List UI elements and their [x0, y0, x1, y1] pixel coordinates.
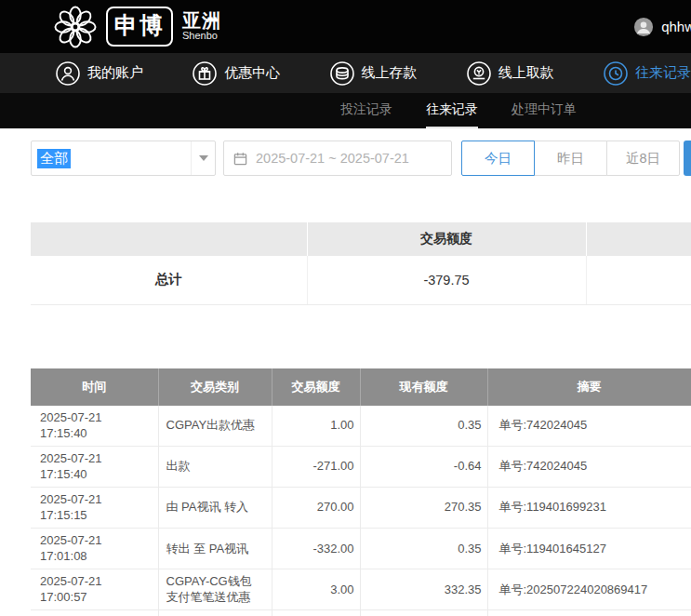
filter-bar: 全部 2025-07-21 ~ 2025-07-21 今日 昨日 近8日 — [0, 128, 691, 193]
table-cell: 单号:202507224020869417 — [487, 609, 691, 616]
col-header-balance: 现有额度 — [360, 368, 487, 406]
summary-total-row: 总计 -379.75 — [31, 256, 691, 304]
summary-empty-cell — [586, 256, 691, 304]
table-cell: 2025-07-21 17:15:40 — [31, 446, 158, 487]
quick-range-group: 今日 昨日 近8日 — [461, 141, 680, 176]
records-section: 时间 交易类别 交易额度 现有额度 摘要 2025-07-21 17:15:40… — [31, 368, 691, 616]
records-header-row: 时间 交易类别 交易额度 现有额度 摘要 — [31, 368, 691, 406]
main-nav: 我的账户 优惠中心 线上存款 线上取款 往来 — [0, 53, 691, 93]
date-range-value: 2025-07-21 ~ 2025-07-21 — [256, 151, 409, 166]
table-cell: 2025-07-21 17:00:57 — [31, 569, 158, 609]
nav-label: 我的账户 — [87, 64, 143, 82]
table-cell: 出款 — [158, 446, 272, 487]
table-row: 2025-07-21 17:01:08转出 至 PA视讯-332.000.35单… — [31, 528, 691, 569]
nav-label: 线上存款 — [362, 64, 418, 82]
gift-icon — [193, 61, 217, 86]
table-cell: 270.00 — [272, 487, 360, 528]
table-cell: CGPAY-CG钱包支付笔笔送优惠 — [158, 569, 272, 609]
username: qhhw — [661, 19, 691, 34]
type-select[interactable]: 全部 — [31, 141, 216, 176]
today-button[interactable]: 今日 — [461, 141, 535, 176]
summary-total-value: -379.75 — [307, 256, 586, 304]
table-cell: -0.64 — [360, 446, 487, 487]
table-cell: 2025-07-21 17:15:15 — [31, 487, 158, 528]
table-cell: -332.00 — [272, 528, 360, 569]
table-cell: 单号:742024045 — [487, 406, 691, 447]
table-cell: 329.35 — [360, 609, 487, 616]
search-button[interactable] — [684, 141, 691, 176]
summary-total-label: 总计 — [31, 256, 307, 304]
table-row: 2025-07-21 17:15:15由 PA视讯 转入270.00270.35… — [31, 487, 691, 528]
summary-table: 交易额度 总计 -379.75 — [31, 222, 691, 305]
table-cell: 3.00 — [272, 569, 360, 609]
tab-betting-records[interactable]: 投注记录 — [340, 93, 392, 128]
withdraw-icon — [467, 61, 491, 86]
records-icon — [604, 61, 628, 86]
nav-item-withdraw[interactable]: 线上取款 — [467, 61, 554, 86]
col-header-amount: 交易额度 — [272, 368, 360, 406]
user-icon — [56, 61, 80, 86]
chevron-down-icon — [191, 141, 215, 175]
table-cell: -271.00 — [272, 446, 360, 487]
tab-transaction-records[interactable]: 往来记录 — [426, 93, 478, 128]
table-cell: 单号:119401645127 — [487, 528, 691, 569]
col-header-summary: 摘要 — [487, 368, 691, 406]
tab-processing-orders[interactable]: 处理中订单 — [512, 93, 577, 128]
table-cell: 0.35 — [360, 406, 487, 447]
table-cell: 270.35 — [360, 487, 487, 528]
table-cell: CGPAY支付 — [158, 609, 272, 616]
brand-name-cn: 申博 — [106, 7, 173, 47]
table-cell: 单号:202507224020869417 — [487, 569, 691, 609]
brand-logo: 申博 亚洲 Shenbo — [54, 6, 221, 48]
col-header-type: 交易类别 — [158, 368, 272, 406]
nav-item-deposit[interactable]: 线上存款 — [330, 61, 418, 86]
brand-region: 亚洲 — [182, 11, 221, 31]
brand-region-block: 亚洲 Shenbo — [182, 11, 221, 42]
yesterday-button[interactable]: 昨日 — [534, 141, 607, 176]
nav-label: 线上取款 — [498, 64, 554, 82]
table-cell: 转出 至 PA视讯 — [158, 528, 272, 569]
records-table: 时间 交易类别 交易额度 现有额度 摘要 2025-07-21 17:15:40… — [31, 368, 691, 616]
table-row: 2025-07-21 17:15:40出款-271.00-0.64单号:7420… — [31, 446, 691, 487]
table-row: 2025-07-21 17:00:57CGPAY-CG钱包支付笔笔送优惠3.00… — [31, 569, 691, 609]
table-cell: CGPAY出款优惠 — [158, 406, 272, 447]
avatar-icon — [633, 17, 654, 37]
summary-section: 交易额度 总计 -379.75 — [31, 222, 691, 305]
col-header-time: 时间 — [31, 368, 158, 406]
flower-logo-icon — [54, 6, 97, 48]
brand-name-en: Shenbo — [182, 31, 221, 42]
table-cell: 由 PA视讯 转入 — [158, 487, 272, 528]
table-cell: 2025-07-21 17:00:57 — [31, 609, 158, 616]
summary-header-empty — [31, 222, 307, 256]
table-row: 2025-07-21 17:15:40CGPAY出款优惠1.000.35单号:7… — [31, 406, 691, 447]
top-header: 申博 亚洲 Shenbo qhhw — [0, 0, 691, 53]
table-cell: 单号:119401699231 — [487, 487, 691, 528]
nav-item-promotions[interactable]: 优惠中心 — [193, 61, 280, 86]
deposit-icon — [330, 61, 354, 86]
type-select-value: 全部 — [37, 149, 71, 168]
user-account[interactable]: qhhw — [633, 17, 691, 37]
calendar-icon — [233, 152, 247, 166]
summary-header-amount: 交易额度 — [307, 222, 586, 256]
nav-item-my-account[interactable]: 我的账户 — [56, 61, 143, 86]
table-cell: 1.00 — [272, 406, 360, 447]
table-cell: 300.00 — [272, 609, 360, 616]
summary-header-empty — [586, 222, 691, 256]
table-cell: 332.35 — [360, 569, 487, 609]
table-cell: 单号:742024045 — [487, 446, 691, 487]
nav-item-records[interactable]: 往来记录 — [604, 61, 691, 86]
table-cell: 2025-07-21 17:01:08 — [31, 528, 158, 569]
table-row: 2025-07-21 17:00:57CGPAY支付300.00329.35单号… — [31, 609, 691, 616]
table-cell: 0.35 — [360, 528, 487, 569]
sub-nav: 投注记录 往来记录 处理中订单 — [0, 93, 691, 128]
nav-label: 往来记录 — [635, 64, 691, 82]
nav-label: 优惠中心 — [224, 64, 280, 82]
date-range-input[interactable]: 2025-07-21 ~ 2025-07-21 — [223, 141, 452, 176]
table-cell: 2025-07-21 17:15:40 — [31, 406, 158, 447]
last-8-days-button[interactable]: 近8日 — [606, 141, 680, 176]
